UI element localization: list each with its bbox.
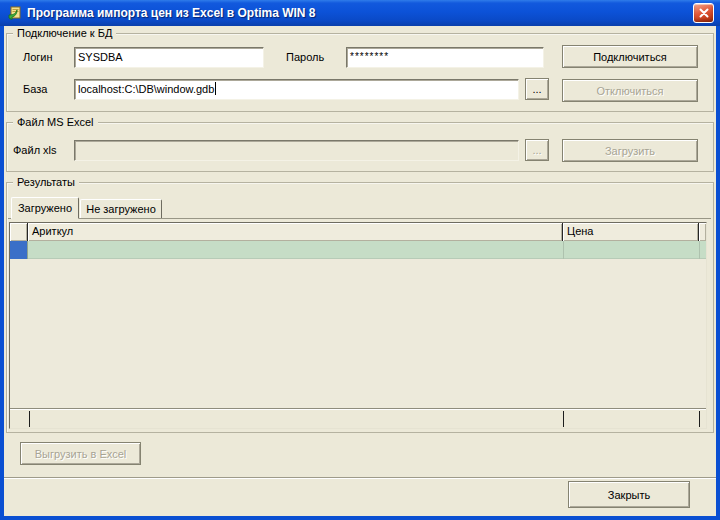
disconnect-button[interactable]: Отключиться	[562, 79, 698, 102]
grid-header-selector[interactable]	[10, 223, 28, 241]
grid-header-articul[interactable]: Ариткул	[28, 223, 563, 241]
group-results: Результаты Загружено Не загружено Аритку…	[6, 182, 714, 433]
login-value: SYSDBA	[78, 51, 123, 63]
close-window-button[interactable]	[693, 3, 714, 23]
title-bar[interactable]: Программа импорта цен из Excel в Optima …	[0, 0, 720, 26]
group-db-connection: Подключение к БД Логин SYSDBA Пароль ***…	[6, 33, 714, 112]
group-excel-file-title: Файл MS Excel	[13, 115, 98, 129]
window-title: Программа импорта цен из Excel в Optima …	[27, 6, 693, 20]
login-label: Логин	[23, 47, 53, 68]
xls-file-label: Файл xls	[13, 140, 57, 161]
password-label: Пароль	[286, 47, 324, 68]
database-input[interactable]: localhost:C:\DB\window.gdb	[74, 79, 519, 100]
grid-header-row: Ариткул Цена	[10, 223, 706, 242]
results-grid: Ариткул Цена	[9, 222, 707, 429]
password-value: ********	[350, 51, 389, 62]
app-icon	[6, 5, 22, 21]
grid-header-filler	[699, 223, 706, 241]
group-results-title: Результаты	[13, 175, 79, 189]
grid-footer-divider	[563, 411, 564, 427]
group-excel-file: Файл MS Excel Файл xls ... Загрузить	[6, 122, 714, 172]
grid-column-line	[699, 241, 700, 259]
database-label: База	[23, 79, 47, 100]
app-window: Программа импорта цен из Excel в Optima …	[0, 0, 720, 520]
xls-file-input[interactable]	[74, 140, 519, 161]
export-to-excel-button[interactable]: Выгрузить в Excel	[20, 442, 141, 465]
login-input[interactable]: SYSDBA	[74, 47, 264, 68]
load-button[interactable]: Загрузить	[562, 139, 698, 162]
bottom-panel-divider	[4, 477, 716, 479]
row-selector-cell[interactable]	[10, 241, 28, 259]
xls-browse-button[interactable]: ...	[525, 139, 549, 161]
client-area: Подключение к БД Логин SYSDBA Пароль ***…	[4, 26, 716, 516]
close-button[interactable]: Закрыть	[568, 481, 690, 508]
database-value: localhost:C:\DB\window.gdb	[78, 83, 214, 95]
grid-row-selected[interactable]	[10, 241, 706, 259]
text-caret	[215, 82, 216, 95]
connect-button[interactable]: Подключиться	[562, 45, 698, 68]
grid-footer-divider	[29, 411, 30, 427]
tab-not-loaded[interactable]: Не загружено	[80, 199, 162, 218]
group-db-connection-title: Подключение к БД	[13, 26, 116, 40]
grid-column-line	[563, 241, 564, 259]
close-icon	[699, 8, 709, 18]
tab-baseline	[8, 218, 711, 219]
grid-footer-strip	[10, 408, 706, 428]
tab-loaded[interactable]: Загружено	[11, 197, 79, 219]
grid-footer-divider	[699, 411, 700, 427]
database-browse-button[interactable]: ...	[525, 78, 549, 100]
password-input[interactable]: ********	[346, 47, 544, 68]
grid-header-price[interactable]: Цена	[563, 223, 699, 241]
